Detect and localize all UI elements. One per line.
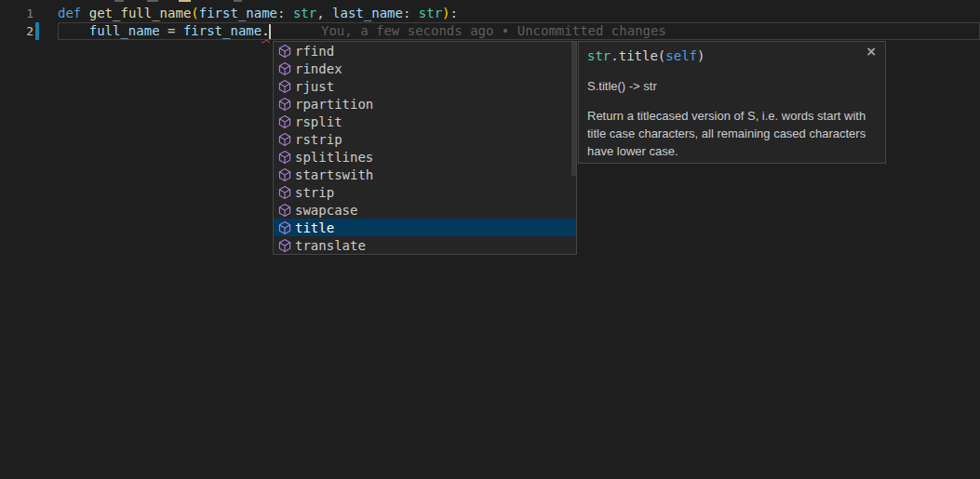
suggestion-label: splitlines bbox=[295, 150, 373, 165]
suggest-list: rfind rindex rjust rpartition bbox=[274, 42, 576, 254]
symbol-method-icon bbox=[277, 79, 292, 94]
symbol-method-icon bbox=[277, 238, 292, 253]
suggestion-item[interactable]: startswith bbox=[274, 166, 576, 183]
code-line-2[interactable]: full_name = first_name. bbox=[58, 22, 270, 40]
suggestion-label: title bbox=[295, 220, 334, 235]
symbol-method-icon bbox=[277, 44, 292, 59]
gutter-modified-indicator bbox=[35, 22, 39, 40]
suggestion-item[interactable]: rsplit bbox=[274, 113, 576, 130]
suggestion-label: rstrip bbox=[295, 132, 342, 147]
suggestion-label: rfind bbox=[295, 44, 334, 59]
symbol-method-icon bbox=[277, 97, 292, 112]
line-number-1[interactable]: 1 bbox=[0, 5, 34, 22]
suggestion-label: rpartition bbox=[295, 97, 373, 112]
docs-signature: str.title(self) bbox=[587, 47, 878, 65]
line-number-2[interactable]: 2 bbox=[0, 22, 34, 40]
suggestion-item[interactable]: strip bbox=[274, 183, 576, 201]
suggestion-item[interactable]: title bbox=[274, 219, 576, 236]
suggest-docs-panel: str.title(self) S.title() -> str Return … bbox=[578, 41, 886, 164]
suggestion-label: swapcase bbox=[295, 203, 357, 218]
suggest-widget: rfind rindex rjust rpartition bbox=[273, 41, 577, 255]
symbol-method-icon bbox=[277, 114, 292, 129]
close-icon[interactable]: × bbox=[866, 44, 877, 59]
symbol-method-icon bbox=[277, 185, 292, 200]
suggestion-item[interactable]: rfind bbox=[274, 42, 576, 60]
suggestion-item[interactable]: rjust bbox=[274, 77, 576, 95]
code-line-1[interactable]: def get_full_name(first_name: str, last_… bbox=[58, 5, 458, 22]
symbol-method-icon bbox=[277, 220, 292, 235]
docs-description: Return a titlecased version of S, i.e. w… bbox=[587, 107, 879, 160]
text-cursor bbox=[269, 24, 271, 39]
docs-summary: S.title() -> str bbox=[587, 78, 878, 95]
suggestion-item[interactable]: splitlines bbox=[274, 148, 576, 166]
symbol-method-icon bbox=[277, 203, 292, 218]
symbol-method-icon bbox=[277, 132, 292, 147]
suggestion-label: rjust bbox=[295, 79, 334, 94]
suggestion-label: translate bbox=[295, 238, 366, 253]
symbol-method-icon bbox=[277, 61, 292, 76]
suggestion-item[interactable]: swapcase bbox=[274, 201, 576, 219]
suggestion-label: rsplit bbox=[295, 114, 342, 129]
suggestion-label: startswith bbox=[295, 167, 373, 182]
clipped-text-fragment bbox=[114, 0, 124, 2]
suggestion-item[interactable]: rpartition bbox=[274, 95, 576, 113]
suggestion-label: strip bbox=[295, 185, 334, 200]
clipped-text-fragment bbox=[234, 0, 242, 2]
clipped-text-fragment bbox=[147, 0, 158, 2]
symbol-method-icon bbox=[277, 150, 292, 165]
suggestion-item[interactable]: rstrip bbox=[274, 130, 576, 148]
clipped-text-fragment bbox=[179, 0, 191, 2]
suggest-scrollbar[interactable] bbox=[571, 42, 576, 176]
suggestion-label: rindex bbox=[295, 61, 342, 76]
git-blame-annotation: You, a few seconds ago • Uncommitted cha… bbox=[321, 22, 666, 40]
symbol-method-icon bbox=[277, 167, 292, 182]
suggestion-item[interactable]: rindex bbox=[274, 60, 576, 77]
suggestion-item[interactable]: translate bbox=[274, 236, 576, 254]
